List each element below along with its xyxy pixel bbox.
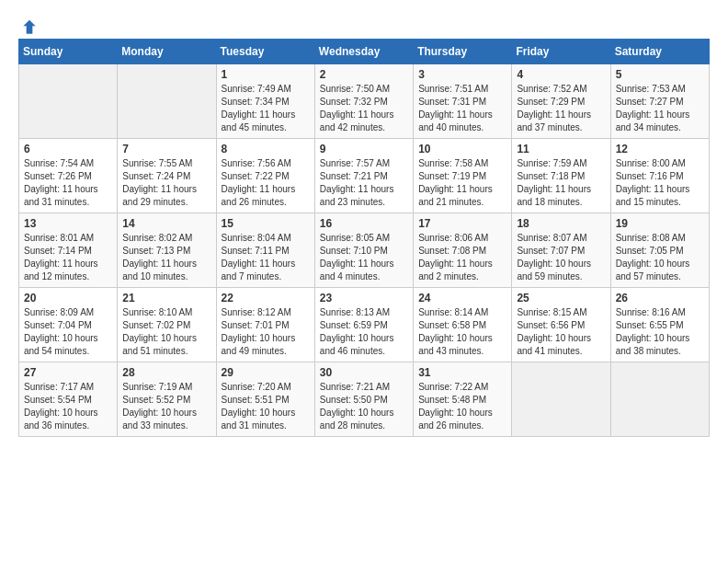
day-info: Sunrise: 8:01 AM Sunset: 7:14 PM Dayligh…: [24, 232, 112, 283]
calendar-cell: 13Sunrise: 8:01 AM Sunset: 7:14 PM Dayli…: [19, 213, 118, 288]
calendar-cell: 1Sunrise: 7:49 AM Sunset: 7:34 PM Daylig…: [216, 64, 314, 139]
day-number: 29: [222, 366, 310, 379]
calendar-cell: 2Sunrise: 7:50 AM Sunset: 7:32 PM Daylig…: [314, 64, 413, 139]
day-number: 6: [24, 143, 112, 155]
calendar-week-row: 20Sunrise: 8:09 AM Sunset: 7:04 PM Dayli…: [19, 288, 710, 362]
day-info: Sunrise: 8:04 AM Sunset: 7:11 PM Dayligh…: [222, 232, 310, 283]
day-info: Sunrise: 7:17 AM Sunset: 5:54 PM Dayligh…: [24, 381, 112, 432]
day-info: Sunrise: 7:54 AM Sunset: 7:26 PM Dayligh…: [24, 157, 112, 209]
calendar-cell: 17Sunrise: 8:06 AM Sunset: 7:08 PM Dayli…: [414, 213, 512, 288]
day-info: Sunrise: 7:59 AM Sunset: 7:18 PM Dayligh…: [517, 157, 605, 209]
day-number: 20: [24, 292, 112, 304]
day-info: Sunrise: 7:21 AM Sunset: 5:50 PM Dayligh…: [320, 381, 408, 432]
calendar-cell: 21Sunrise: 8:10 AM Sunset: 7:02 PM Dayli…: [118, 288, 216, 362]
calendar-cell: [512, 362, 610, 437]
calendar-cell: 23Sunrise: 8:13 AM Sunset: 6:59 PM Dayli…: [314, 288, 413, 362]
day-of-week-header: Tuesday: [216, 40, 314, 64]
calendar-cell: 27Sunrise: 7:17 AM Sunset: 5:54 PM Dayli…: [19, 362, 118, 437]
calendar-cell: 26Sunrise: 8:16 AM Sunset: 6:55 PM Dayli…: [610, 288, 709, 362]
day-info: Sunrise: 7:22 AM Sunset: 5:48 PM Dayligh…: [418, 381, 506, 432]
day-number: 11: [517, 143, 605, 155]
calendar-cell: 11Sunrise: 7:59 AM Sunset: 7:18 PM Dayli…: [512, 139, 610, 213]
day-of-week-header: Thursday: [414, 40, 512, 64]
day-info: Sunrise: 8:07 AM Sunset: 7:07 PM Dayligh…: [517, 232, 605, 283]
calendar-week-row: 1Sunrise: 7:49 AM Sunset: 7:34 PM Daylig…: [19, 64, 710, 139]
day-info: Sunrise: 7:56 AM Sunset: 7:22 PM Dayligh…: [222, 157, 310, 209]
day-number: 31: [418, 366, 506, 379]
day-number: 26: [616, 292, 704, 304]
day-info: Sunrise: 8:15 AM Sunset: 6:56 PM Dayligh…: [517, 306, 605, 358]
day-info: Sunrise: 8:00 AM Sunset: 7:16 PM Dayligh…: [616, 157, 704, 209]
calendar-cell: 16Sunrise: 8:05 AM Sunset: 7:10 PM Dayli…: [314, 213, 413, 288]
calendar-cell: 22Sunrise: 8:12 AM Sunset: 7:01 PM Dayli…: [216, 288, 314, 362]
day-of-week-header: Friday: [512, 40, 610, 64]
day-number: 22: [222, 292, 310, 304]
day-info: Sunrise: 7:19 AM Sunset: 5:52 PM Dayligh…: [122, 381, 210, 432]
day-number: 15: [222, 217, 310, 230]
day-number: 12: [616, 143, 704, 155]
calendar-cell: 30Sunrise: 7:21 AM Sunset: 5:50 PM Dayli…: [314, 362, 413, 437]
logo-icon: [20, 18, 39, 37]
calendar-week-row: 13Sunrise: 8:01 AM Sunset: 7:14 PM Dayli…: [19, 213, 710, 288]
day-number: 28: [122, 366, 210, 379]
day-number: 19: [616, 217, 704, 230]
calendar-header-row: SundayMondayTuesdayWednesdayThursdayFrid…: [19, 40, 710, 64]
calendar-cell: [19, 64, 118, 139]
logo: [18, 18, 39, 29]
calendar-cell: 28Sunrise: 7:19 AM Sunset: 5:52 PM Dayli…: [118, 362, 216, 437]
calendar-week-row: 6Sunrise: 7:54 AM Sunset: 7:26 PM Daylig…: [19, 139, 710, 213]
day-number: 14: [122, 217, 210, 230]
calendar-cell: 9Sunrise: 7:57 AM Sunset: 7:21 PM Daylig…: [314, 139, 413, 213]
day-info: Sunrise: 8:13 AM Sunset: 6:59 PM Dayligh…: [320, 306, 408, 358]
day-info: Sunrise: 8:12 AM Sunset: 7:01 PM Dayligh…: [222, 306, 310, 358]
day-of-week-header: Saturday: [610, 40, 709, 64]
calendar-cell: 20Sunrise: 8:09 AM Sunset: 7:04 PM Dayli…: [19, 288, 118, 362]
calendar-cell: 14Sunrise: 8:02 AM Sunset: 7:13 PM Dayli…: [118, 213, 216, 288]
day-number: 1: [222, 68, 310, 81]
day-number: 17: [418, 217, 506, 230]
day-number: 5: [616, 68, 704, 81]
calendar-table: SundayMondayTuesdayWednesdayThursdayFrid…: [18, 39, 710, 437]
day-info: Sunrise: 8:14 AM Sunset: 6:58 PM Dayligh…: [418, 306, 506, 358]
calendar-cell: [610, 362, 709, 437]
page-header: [18, 18, 710, 29]
day-number: 10: [418, 143, 506, 155]
calendar-cell: [118, 64, 216, 139]
day-of-week-header: Sunday: [19, 40, 118, 64]
day-info: Sunrise: 8:16 AM Sunset: 6:55 PM Dayligh…: [616, 306, 704, 358]
day-number: 24: [418, 292, 506, 304]
calendar-cell: 29Sunrise: 7:20 AM Sunset: 5:51 PM Dayli…: [216, 362, 314, 437]
day-info: Sunrise: 8:06 AM Sunset: 7:08 PM Dayligh…: [418, 232, 506, 283]
calendar-cell: 18Sunrise: 8:07 AM Sunset: 7:07 PM Dayli…: [512, 213, 610, 288]
day-info: Sunrise: 7:58 AM Sunset: 7:19 PM Dayligh…: [418, 157, 506, 209]
day-info: Sunrise: 7:55 AM Sunset: 7:24 PM Dayligh…: [122, 157, 210, 209]
calendar-cell: 15Sunrise: 8:04 AM Sunset: 7:11 PM Dayli…: [216, 213, 314, 288]
calendar-cell: 10Sunrise: 7:58 AM Sunset: 7:19 PM Dayli…: [414, 139, 512, 213]
day-info: Sunrise: 8:08 AM Sunset: 7:05 PM Dayligh…: [616, 232, 704, 283]
day-info: Sunrise: 8:09 AM Sunset: 7:04 PM Dayligh…: [24, 306, 112, 358]
day-info: Sunrise: 7:20 AM Sunset: 5:51 PM Dayligh…: [222, 381, 310, 432]
calendar-cell: 25Sunrise: 8:15 AM Sunset: 6:56 PM Dayli…: [512, 288, 610, 362]
day-info: Sunrise: 7:57 AM Sunset: 7:21 PM Dayligh…: [320, 157, 408, 209]
day-number: 7: [122, 143, 210, 155]
day-info: Sunrise: 8:02 AM Sunset: 7:13 PM Dayligh…: [122, 232, 210, 283]
calendar-cell: 24Sunrise: 8:14 AM Sunset: 6:58 PM Dayli…: [414, 288, 512, 362]
day-info: Sunrise: 7:51 AM Sunset: 7:31 PM Dayligh…: [418, 83, 506, 134]
day-number: 21: [122, 292, 210, 304]
calendar-cell: 3Sunrise: 7:51 AM Sunset: 7:31 PM Daylig…: [414, 64, 512, 139]
calendar-week-row: 27Sunrise: 7:17 AM Sunset: 5:54 PM Dayli…: [19, 362, 710, 437]
day-info: Sunrise: 7:50 AM Sunset: 7:32 PM Dayligh…: [320, 83, 408, 134]
day-info: Sunrise: 8:10 AM Sunset: 7:02 PM Dayligh…: [122, 306, 210, 358]
day-number: 13: [24, 217, 112, 230]
calendar-cell: 7Sunrise: 7:55 AM Sunset: 7:24 PM Daylig…: [118, 139, 216, 213]
day-number: 8: [222, 143, 310, 155]
day-number: 23: [320, 292, 408, 304]
calendar-cell: 4Sunrise: 7:52 AM Sunset: 7:29 PM Daylig…: [512, 64, 610, 139]
calendar-cell: 19Sunrise: 8:08 AM Sunset: 7:05 PM Dayli…: [610, 213, 709, 288]
day-number: 25: [517, 292, 605, 304]
day-number: 2: [320, 68, 408, 81]
calendar-cell: 6Sunrise: 7:54 AM Sunset: 7:26 PM Daylig…: [19, 139, 118, 213]
day-info: Sunrise: 7:53 AM Sunset: 7:27 PM Dayligh…: [616, 83, 704, 134]
day-number: 3: [418, 68, 506, 81]
day-number: 27: [24, 366, 112, 379]
